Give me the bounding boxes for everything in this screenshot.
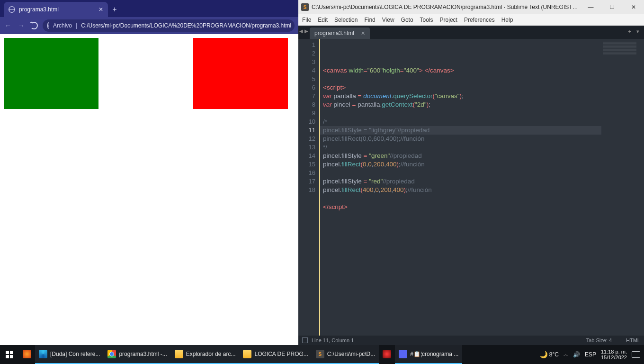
sublime-titlebar[interactable]: S C:\Users\mi-pc\Documents\LOGICA DE PRO… — [298, 0, 644, 14]
menu-view[interactable]: View — [382, 17, 394, 23]
menu-preferences[interactable]: Preferences — [464, 17, 495, 23]
folder-icon — [175, 350, 183, 358]
back-button[interactable]: ← — [4, 22, 12, 29]
line-number[interactable]: 15 — [298, 160, 315, 169]
volume-icon[interactable]: 🔊 — [573, 351, 580, 358]
taskbar-item-label: C:\Users\mi-pc\D... — [327, 351, 375, 357]
chrome-window: programa3.html ✕ + ← → i Archivo | C:/Us… — [0, 0, 298, 345]
windows-taskbar: [Duda] Con refere...programa3.html -...E… — [0, 345, 644, 364]
menu-tools[interactable]: Tools — [420, 17, 433, 23]
code-line[interactable] — [323, 211, 601, 220]
action-center-icon[interactable] — [632, 351, 640, 358]
tray-overflow-button[interactable]: ︿ — [564, 351, 568, 358]
clock-time: 11:18 p. m. — [601, 349, 627, 355]
line-number[interactable]: 10 — [298, 118, 315, 126]
line-number[interactable]: 17 — [298, 177, 315, 186]
taskbar-item[interactable]: SC:\Users\mi-pc\D... — [312, 345, 379, 364]
taskbar-item[interactable] — [379, 345, 395, 364]
taskbar-item[interactable]: programa3.html -... — [104, 345, 170, 364]
code-line[interactable] — [323, 109, 601, 118]
red-rect — [193, 38, 288, 109]
line-number[interactable]: 8 — [298, 100, 315, 109]
line-number[interactable]: 18 — [298, 186, 315, 194]
line-number[interactable]: 1 — [298, 41, 315, 49]
status-syntax[interactable]: HTML — [626, 337, 640, 343]
code-line[interactable]: pincel.fillStyle = "red"//propiedad — [323, 177, 601, 186]
edge-icon — [39, 350, 47, 358]
sublime-logo-icon: S — [301, 3, 309, 11]
menu-help[interactable]: Help — [501, 17, 513, 23]
line-number[interactable]: 13 — [298, 143, 315, 152]
taskbar-item-label: [Duda] Con refere... — [50, 351, 100, 357]
taskbar-item-label: programa3.html -... — [119, 351, 167, 357]
taskbar-item[interactable]: LOGICA DE PROG... — [239, 345, 312, 364]
code-area[interactable]: <canvas width="600"holgth="400"> </canva… — [320, 39, 601, 336]
window-maximize-button[interactable]: ☐ — [601, 0, 623, 14]
code-line[interactable]: pincel.fillStyle = "ligthgrey"//propieda… — [323, 126, 601, 135]
code-line[interactable]: pincel.fillStyle = "green"//propiedad — [323, 152, 601, 160]
menu-goto[interactable]: Goto — [401, 17, 413, 23]
taskbar-clock[interactable]: 11:18 p. m. 15/12/2022 — [601, 349, 627, 360]
menu-find[interactable]: Find — [364, 17, 375, 23]
line-number[interactable]: 16 — [298, 169, 315, 177]
line-number[interactable]: 12 — [298, 135, 315, 143]
code-line[interactable] — [323, 75, 601, 83]
moon-icon — [540, 351, 547, 358]
menu-selection[interactable]: Selection — [334, 17, 358, 23]
line-number[interactable]: 6 — [298, 83, 315, 92]
taskbar-item[interactable]: #📋¦cronograma ... — [395, 345, 462, 364]
menu-edit[interactable]: Edit — [318, 17, 328, 23]
line-gutter[interactable]: 123456789101112131415161718 — [298, 39, 319, 336]
line-number[interactable]: 14 — [298, 152, 315, 160]
line-number[interactable]: 4 — [298, 66, 315, 75]
code-line[interactable]: */ — [323, 143, 601, 152]
forward-button[interactable]: → — [17, 22, 26, 29]
taskbar-item[interactable]: [Duda] Con refere... — [35, 345, 104, 364]
code-line[interactable]: var pincel = pantalla.getContext("2d"); — [323, 100, 601, 109]
window-minimize-button[interactable]: — — [580, 0, 601, 14]
sublime-tab[interactable]: programa3.html ✕ — [310, 27, 370, 39]
weather-widget[interactable]: 8°C — [540, 351, 559, 358]
boost-icon — [383, 350, 391, 358]
code-line[interactable] — [323, 194, 601, 203]
input-language[interactable]: ESP — [585, 351, 596, 358]
code-line[interactable]: pincel.fillRect(0,0,200,400);//función — [323, 160, 601, 169]
chrome-tab[interactable]: programa3.html ✕ — [4, 2, 108, 17]
menu-project[interactable]: Project — [440, 17, 457, 23]
chrome-toolbar: ← → i Archivo | C:/Users/mi-pc/Documents… — [0, 17, 298, 34]
code-line[interactable]: /* — [323, 118, 601, 126]
line-number[interactable]: 2 — [298, 49, 315, 58]
site-info-icon[interactable]: i — [47, 22, 49, 29]
line-number[interactable]: 11 — [298, 126, 315, 135]
code-line[interactable]: var pantalla = document.querySelector("c… — [323, 92, 601, 100]
line-number[interactable]: 9 — [298, 109, 315, 118]
omnibox-sep: | — [76, 22, 77, 29]
code-line[interactable]: pincel.fillRect(0,0,600,400);//función — [323, 135, 601, 143]
line-number[interactable]: 3 — [298, 58, 315, 66]
tab-overflow-controls[interactable]: + ▾ — [628, 28, 641, 35]
tab-close-icon[interactable]: ✕ — [98, 6, 103, 13]
code-line[interactable]: pincel.fillRect(400,0,200,400);//función — [323, 186, 601, 194]
tab-history-nav[interactable]: ◀ ▶ — [299, 28, 308, 34]
status-checkbox-icon[interactable] — [302, 337, 308, 343]
taskbar-item[interactable]: Explorador de arc... — [171, 345, 240, 364]
status-tab-size[interactable]: Tab Size: 4 — [586, 337, 612, 343]
window-close-button[interactable]: ✕ — [623, 0, 644, 14]
sublime-tab-close-icon[interactable]: ✕ — [361, 30, 365, 36]
code-line[interactable]: </script> — [323, 203, 601, 211]
code-line[interactable]: <canvas width="600"holgth="400"> </canva… — [323, 66, 601, 75]
status-line-col[interactable]: Line 11, Column 1 — [312, 337, 354, 343]
taskbar-item[interactable] — [19, 345, 35, 364]
reload-button[interactable] — [30, 22, 38, 29]
menu-file[interactable]: File — [302, 17, 311, 23]
minimap[interactable] — [601, 39, 644, 336]
line-number[interactable]: 5 — [298, 75, 315, 83]
code-line[interactable]: <script> — [323, 83, 601, 92]
start-button[interactable] — [0, 345, 19, 364]
globe-icon — [9, 6, 15, 13]
omnibox[interactable]: i Archivo | C:/Users/mi-pc/Documents/LOG… — [43, 19, 295, 32]
code-line[interactable] — [323, 169, 601, 177]
line-number[interactable]: 7 — [298, 92, 315, 100]
system-tray: 8°C ︿ 🔊 ESP 11:18 p. m. 15/12/2022 — [540, 349, 644, 360]
new-tab-button[interactable]: + — [108, 2, 121, 17]
